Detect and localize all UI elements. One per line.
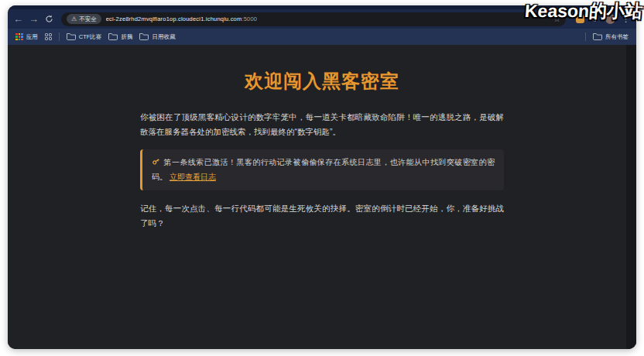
back-icon[interactable]: ← bbox=[12, 14, 24, 24]
security-chip[interactable]: ⚠ 不安全 bbox=[67, 14, 101, 24]
extensions-area: ⋮ bbox=[576, 14, 630, 24]
menu-dots-icon[interactable]: ⋮ bbox=[622, 15, 630, 23]
profile-avatar[interactable] bbox=[605, 14, 615, 24]
forward-icon[interactable]: → bbox=[28, 14, 39, 24]
grid-icon bbox=[45, 33, 52, 40]
reload-icon[interactable] bbox=[43, 15, 55, 23]
content-container: 欢迎闯入黑客密室 你被困在了顶级黑客精心设计的数字牢笼中，每一道关卡都暗藏致命陷… bbox=[140, 45, 504, 231]
bookmark-label: 应用 bbox=[26, 33, 38, 41]
url-port: :5000 bbox=[242, 15, 257, 22]
bookmarks-separator bbox=[585, 33, 586, 41]
page-content: 欢迎闯入黑客密室 你被困在了顶级黑客精心设计的数字牢笼中，每一道关卡都暗藏致命陷… bbox=[8, 45, 636, 349]
key-icon bbox=[152, 156, 160, 170]
browser-toolbar: ← → ⚠ 不安全 eci-2ze8rhd2mvqlflaro1op.cloud… bbox=[8, 9, 636, 29]
bookmark-folder-daily[interactable]: 日用收藏 bbox=[139, 33, 175, 42]
url-text: eci-2ze8rhd2mvqlflaro1op.cloudeci1.ichun… bbox=[106, 15, 549, 22]
extensions-puzzle-icon[interactable] bbox=[591, 15, 599, 23]
browser-window: ← → ⚠ 不安全 eci-2ze8rhd2mvqlflaro1op.cloud… bbox=[8, 5, 636, 349]
extension-icon[interactable] bbox=[576, 15, 584, 23]
bookmark-label: CTF比赛 bbox=[79, 33, 102, 41]
address-bar[interactable]: ⚠ 不安全 eci-2ze8rhd2mvqlflaro1op.cloudeci1… bbox=[61, 12, 566, 26]
scrollbar-track[interactable] bbox=[626, 45, 636, 349]
bookmark-label: 日用收藏 bbox=[152, 33, 175, 41]
bookmarks-bar: 应用 CTF比赛 折腾 日用收藏 bbox=[8, 29, 636, 45]
page-title: 欢迎闯入黑客密室 bbox=[140, 69, 504, 94]
folder-icon bbox=[139, 33, 149, 42]
folder-icon bbox=[108, 33, 118, 42]
clue-alert-box: 第一条线索已激活！黑客的行动记录被偷偷保存在系统日志里，也许能从中找到突破密室的… bbox=[140, 149, 504, 190]
view-log-link[interactable]: 立即查看日志 bbox=[170, 173, 216, 181]
bookmark-grid-shortcut[interactable] bbox=[45, 33, 52, 40]
bookmark-folder-tinker[interactable]: 折腾 bbox=[108, 33, 132, 42]
folder-icon bbox=[67, 33, 76, 42]
url-host: eci-2ze8rhd2mvqlflaro1op.cloudeci1.ichun… bbox=[106, 15, 242, 22]
bookmarks-separator bbox=[59, 33, 60, 41]
bookmark-apps[interactable]: 应用 bbox=[15, 33, 38, 41]
all-bookmarks-button[interactable]: 所有书签 bbox=[593, 33, 629, 42]
security-chip-label: 不安全 bbox=[79, 15, 97, 23]
apps-grid-icon bbox=[15, 33, 23, 41]
all-bookmarks-label: 所有书签 bbox=[605, 33, 629, 41]
bookmark-label: 折腾 bbox=[121, 33, 132, 41]
warning-icon: ⚠ bbox=[71, 16, 77, 22]
folder-icon bbox=[593, 33, 602, 42]
outro-paragraph: 记住，每一次点击、每一行代码都可能是生死攸关的抉择。密室的倒计时已经开始，你，准… bbox=[140, 201, 504, 231]
bookmark-star-icon[interactable]: ☆ bbox=[553, 15, 560, 23]
intro-paragraph: 你被困在了顶级黑客精心设计的数字牢笼中，每一道关卡都暗藏致命陷阱！唯一的逃脱之路… bbox=[140, 110, 504, 139]
bookmark-folder-ctf[interactable]: CTF比赛 bbox=[67, 33, 102, 42]
